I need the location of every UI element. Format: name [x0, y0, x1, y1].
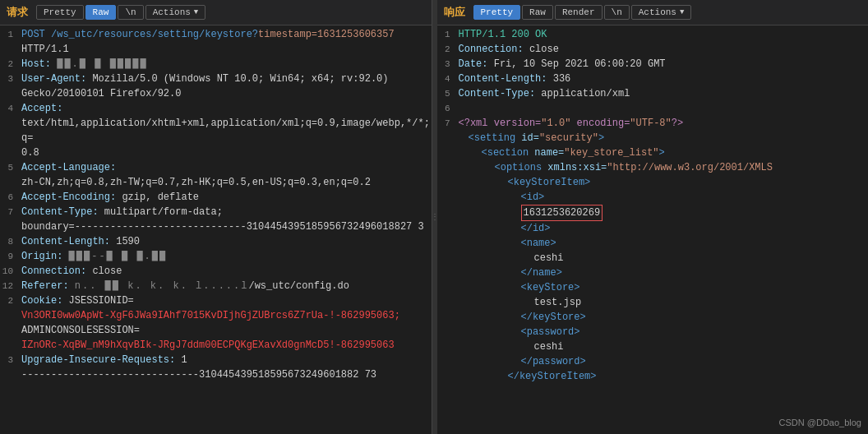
response-newline-btn[interactable]: \n — [604, 5, 630, 20]
table-row: ------------------------------3104454395… — [0, 367, 432, 382]
table-row: 9 Origin: ███--█ █ █.██ — [0, 249, 432, 264]
request-actions-btn[interactable]: Actions ▼ — [145, 5, 206, 20]
request-title: 请求 — [7, 5, 28, 20]
table-row: 3 Upgrade-Insecure-Requests: 1 — [0, 353, 432, 367]
table-row: 4 Content-Length: 336 — [437, 72, 869, 86]
table-row: <id> — [437, 190, 869, 205]
table-row: 5 Accept-Language: — [0, 160, 432, 175]
response-title: 响应 — [444, 5, 465, 20]
chevron-down-icon: ▼ — [194, 8, 198, 16]
table-row: 1 HTTP/1.1 200 OK — [437, 27, 869, 42]
table-row: <keyStoreItem> — [437, 175, 869, 190]
response-render-btn[interactable]: Render — [555, 5, 603, 20]
table-row: 10 Connection: close — [0, 264, 432, 279]
table-row: text/html,application/xhtml+xml,applicat… — [0, 116, 432, 145]
response-content: 1 HTTP/1.1 200 OK 2 Connection: close 3 … — [437, 25, 869, 434]
table-row: 3 User-Agent: Mozilla/5.0 (Windows NT 10… — [0, 72, 432, 86]
table-row: ceshi — [437, 251, 869, 265]
table-row: </password> — [437, 354, 869, 369]
table-row: 1631253620269 — [437, 205, 869, 221]
table-row: 8 Content-Length: 1590 — [0, 234, 432, 249]
table-row: 2 Connection: close — [437, 42, 869, 57]
table-row: ADMINCONSOLESESSION= — [0, 323, 432, 338]
response-pretty-btn[interactable]: Pretty — [473, 5, 521, 20]
table-row: 7 Content-Type: multipart/form-data; — [0, 205, 432, 219]
table-row: 3 Date: Fri, 10 Sep 2021 06:00:20 GMT — [437, 57, 869, 72]
response-actions-btn[interactable]: Actions ▼ — [631, 5, 692, 20]
table-row: 1 POST /ws_utc/resources/setting/keystor… — [0, 27, 432, 42]
request-raw-btn[interactable]: Raw — [85, 5, 117, 20]
table-row: </name> — [437, 265, 869, 280]
table-row: 7 <?xml version="1.0" encoding="UTF-8"?> — [437, 116, 869, 131]
table-row: <options xmlns:xsi="http://www.w3.org/20… — [437, 160, 869, 175]
table-row: </id> — [437, 221, 869, 236]
highlighted-id-value: 1631253620269 — [521, 205, 603, 221]
table-row: 6 — [437, 101, 869, 116]
table-row: ceshi — [437, 339, 869, 354]
response-toolbar: 响应 Pretty Raw Render \n Actions ▼ — [437, 0, 869, 25]
chevron-down-icon: ▼ — [680, 8, 684, 16]
request-pretty-btn[interactable]: Pretty — [36, 5, 84, 20]
table-row: boundary=-----------------------------31… — [0, 219, 432, 234]
table-row: 5 Content-Type: application/xml — [437, 86, 869, 101]
table-row: </keyStore> — [437, 310, 869, 325]
request-panel: 请求 Pretty Raw \n Actions ▼ 1 POST /ws_ut… — [0, 0, 432, 434]
table-row: 12 Referer: n.. ██ k. k. k. l.....l/ws_u… — [0, 279, 432, 293]
request-toolbar: 请求 Pretty Raw \n Actions ▼ — [0, 0, 432, 25]
table-row: 4 Accept: — [0, 101, 432, 116]
table-row: zh-CN,zh;q=0.8,zh-TW;q=0.7,zh-HK;q=0.5,e… — [0, 175, 432, 190]
table-row: <keyStore> — [437, 280, 869, 295]
table-row: <name> — [437, 236, 869, 251]
table-row: <section name="key_store_list"> — [437, 145, 869, 160]
request-newline-btn[interactable]: \n — [118, 5, 143, 20]
table-row: 2 Host: ██.█ █ █████ — [0, 57, 432, 72]
table-row: 0.8 — [0, 145, 432, 160]
table-row: IZnORc-XqBW_nM9hXqvBIk-JRgJ7ddm00ECPQKgE… — [0, 338, 432, 353]
table-row: <password> — [437, 325, 869, 339]
table-row: test.jsp — [437, 295, 869, 310]
table-row: <setting id="security"> — [437, 131, 869, 145]
table-row: </keyStoreItem> — [437, 369, 869, 384]
request-content: 1 POST /ws_utc/resources/setting/keystor… — [0, 25, 432, 434]
response-raw-btn[interactable]: Raw — [522, 5, 553, 20]
response-panel: 响应 Pretty Raw Render \n Actions ▼ 1 HTTP… — [437, 0, 869, 434]
table-row: 2 Cookie: JSESSIONID= — [0, 293, 432, 308]
table-row: 6 Accept-Encoding: gzip, deflate — [0, 190, 432, 205]
watermark: CSDN @DDao_blog — [779, 418, 861, 427]
table-row: Vn3ORI0ww0ApWt-XgF6JWa9IAhf7015KvDIjhGjZ… — [0, 308, 432, 323]
main-container: 请求 Pretty Raw \n Actions ▼ 1 POST /ws_ut… — [0, 0, 868, 434]
table-row: Gecko/20100101 Firefox/92.0 — [0, 86, 432, 101]
table-row: HTTP/1.1 — [0, 42, 432, 57]
